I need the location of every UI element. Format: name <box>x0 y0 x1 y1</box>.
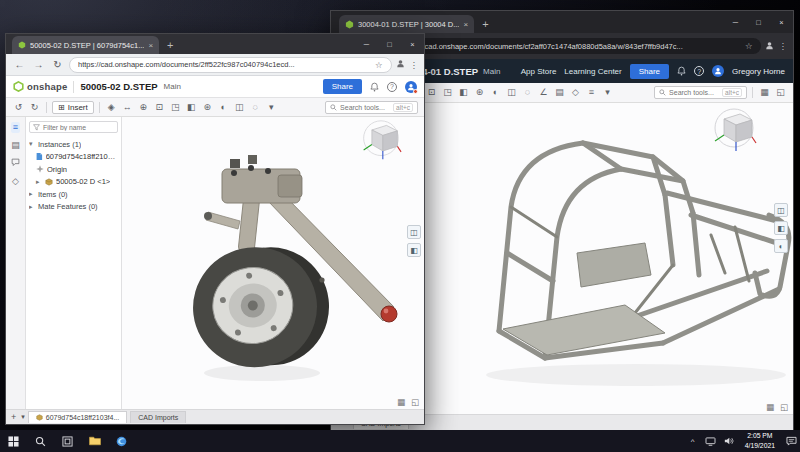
3d-viewport[interactable]: ◫ ◧ ▦ ◱ <box>122 117 424 409</box>
user-avatar[interactable] <box>405 81 417 93</box>
view-cube-icon[interactable]: ◳ <box>441 88 454 97</box>
minimize-button[interactable]: ─ <box>355 34 378 54</box>
zoom-fit-icon[interactable]: ⊡ <box>153 103 166 112</box>
maximize-button[interactable]: □ <box>378 34 401 54</box>
hide-show-icon[interactable]: ◌ <box>249 103 262 112</box>
share-button[interactable]: Share <box>630 64 669 79</box>
filter-input[interactable] <box>43 124 109 131</box>
exploded-view-icon[interactable]: ⊛ <box>473 88 486 97</box>
display-mode-icon[interactable]: ◫ <box>505 88 518 97</box>
list-icon[interactable]: ≡ <box>585 88 598 97</box>
task-view-button[interactable] <box>54 430 81 452</box>
onshape-logo[interactable]: onshape <box>13 81 67 92</box>
close-button[interactable]: × <box>770 11 793 33</box>
appearance-icon[interactable]: ◐ <box>489 88 502 97</box>
hide-show-icon[interactable]: ◌ <box>521 88 534 97</box>
section-tool-button[interactable]: ◧ <box>407 243 421 257</box>
taskbar-search-button[interactable] <box>27 430 54 452</box>
appearance-button[interactable]: ◐ <box>774 239 788 253</box>
display-mode-icon[interactable]: ◫ <box>233 103 246 112</box>
tree-item-document[interactable]: 6079d754c18ff2103f4dc... <box>29 151 118 164</box>
file-explorer-button[interactable] <box>81 430 108 452</box>
view-cube[interactable] <box>711 107 757 157</box>
new-tab-button[interactable]: + <box>482 19 488 33</box>
chevron-right-icon[interactable]: ▸ <box>29 190 35 198</box>
chevron-down-icon[interactable]: ▾ <box>601 88 614 97</box>
features-panel-icon[interactable]: ▤ <box>11 141 20 150</box>
grid-icon[interactable]: ▦ <box>758 88 771 97</box>
display-options-button[interactable]: ◫ <box>407 225 421 239</box>
section-view-icon[interactable]: ◧ <box>457 88 470 97</box>
taskbar-clock[interactable]: 2:05 PM 4/19/2021 <box>738 430 782 452</box>
new-tab-button[interactable]: + <box>167 40 173 54</box>
tree-item-part[interactable]: ▸ 50005-02 D <1> <box>29 176 118 189</box>
close-button[interactable]: × <box>401 34 424 54</box>
view-cube[interactable] <box>360 119 402 165</box>
chevron-right-icon[interactable]: ▸ <box>29 203 35 211</box>
measure-icon[interactable]: ∠ <box>537 88 550 97</box>
doc-tab-assembly[interactable]: 6079d754c18ff2103f4... <box>28 411 127 423</box>
bookmark-star-icon[interactable]: ☆ <box>375 60 383 70</box>
user-name[interactable]: Gregory Horne <box>732 67 785 76</box>
search-tools-input[interactable] <box>669 89 719 96</box>
grid-icon[interactable]: ▦ <box>397 397 405 407</box>
notifications-bell-icon[interactable] <box>370 78 379 96</box>
instances-panel-icon[interactable]: ≡ <box>11 122 20 133</box>
app-store-link[interactable]: App Store <box>521 67 557 76</box>
browser-menu-icon[interactable]: ⋮ <box>779 41 788 51</box>
browser-tab[interactable]: 50005-02 D.STEP | 6079d754c1... × <box>12 36 159 54</box>
versions-icon[interactable]: ◇ <box>12 177 19 186</box>
undo-icon[interactable]: ↺ <box>12 103 25 112</box>
named-views-icon[interactable]: ▤ <box>553 88 566 97</box>
back-icon[interactable]: ← <box>12 60 27 70</box>
fullscreen-icon[interactable]: ◱ <box>780 402 788 412</box>
orient-view-icon[interactable]: ◈ <box>105 103 118 112</box>
help-icon[interactable]: ? <box>387 82 397 92</box>
network-icon[interactable] <box>702 430 720 452</box>
branch-label[interactable]: Main <box>164 82 181 91</box>
filter-box[interactable] <box>29 121 118 133</box>
url-field[interactable]: https://cad.onshape.com/documents/2ff522… <box>69 57 392 73</box>
tree-section-items[interactable]: ▸ Items (0) <box>29 188 118 201</box>
branch-label[interactable]: Main <box>483 67 500 76</box>
minimize-button[interactable]: ─ <box>724 11 747 33</box>
tab-close-icon[interactable]: × <box>463 20 468 29</box>
insert-button[interactable]: ⊞ Insert <box>52 101 94 114</box>
user-avatar[interactable] <box>712 65 724 77</box>
display-options-button[interactable]: ◫ <box>774 203 788 217</box>
pan-icon[interactable]: ↔ <box>121 103 134 112</box>
share-button[interactable]: Share <box>323 79 362 94</box>
appearance-icon[interactable]: ◐ <box>217 103 230 112</box>
search-tools-box[interactable]: alt+c <box>325 101 418 114</box>
zoom-fit-icon[interactable]: ⊡ <box>425 88 438 97</box>
browser-menu-icon[interactable]: ⋮ <box>410 60 419 70</box>
grid-icon[interactable]: ▦ <box>766 402 774 412</box>
add-tab-button[interactable]: + <box>9 413 18 422</box>
redo-icon[interactable]: ↻ <box>28 103 41 112</box>
comments-icon[interactable] <box>11 158 20 169</box>
url-field[interactable]: https://cad.onshape.com/documents/cf2aff… <box>394 38 761 54</box>
volume-icon[interactable] <box>720 430 738 452</box>
bookmark-star-icon[interactable]: ☆ <box>745 41 753 51</box>
chevron-down-icon[interactable]: ▾ <box>265 103 278 112</box>
browser-tab[interactable]: 30004-01 D.STEP | 30004 D... × <box>339 15 474 33</box>
isometric-icon[interactable]: ◇ <box>569 88 582 97</box>
start-button[interactable] <box>0 430 27 452</box>
search-tools-input[interactable] <box>340 104 390 111</box>
action-center-button[interactable] <box>782 430 800 452</box>
section-view-icon[interactable]: ◧ <box>185 103 198 112</box>
doc-tab-cad-imports[interactable]: CAD Imports <box>130 411 186 423</box>
maximize-button[interactable]: □ <box>747 11 770 33</box>
learning-center-link[interactable]: Learning Center <box>564 67 621 76</box>
edge-browser-button[interactable] <box>108 430 135 452</box>
refresh-icon[interactable]: ↻ <box>50 60 65 70</box>
tray-expand-button[interactable]: ^ <box>684 430 702 452</box>
profile-icon[interactable] <box>396 59 405 70</box>
forward-icon[interactable]: → <box>31 60 46 70</box>
view-cube-icon[interactable]: ◳ <box>169 103 182 112</box>
profile-icon[interactable] <box>765 41 774 52</box>
help-icon[interactable]: ? <box>694 66 704 76</box>
chevron-down-icon[interactable]: ▾ <box>29 140 35 148</box>
section-tool-button[interactable]: ◧ <box>774 221 788 235</box>
tree-section-mate-features[interactable]: ▸ Mate Features (0) <box>29 201 118 214</box>
